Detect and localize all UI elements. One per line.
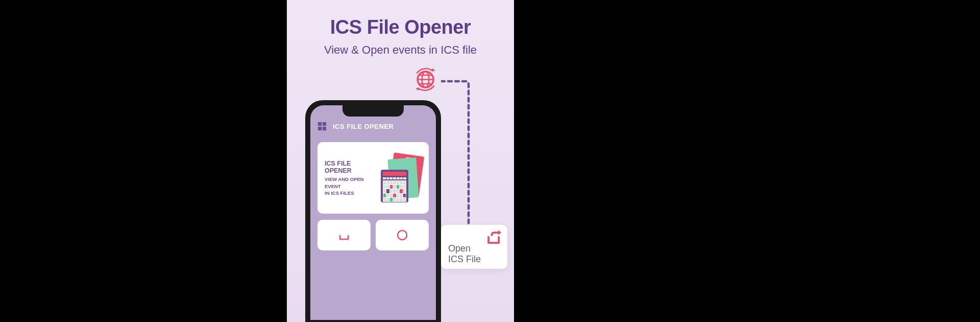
promo-subtitle: View & Open events in ICS file [287,43,514,57]
share-icon [338,229,350,241]
action-row [317,220,429,250]
main-card-text: ICS FILE OPENER VIEW AND OPEN EVENT IN I… [325,160,376,196]
circle-icon [396,229,408,241]
phone-notch [342,105,404,117]
svg-marker-12 [498,230,501,235]
promo-title: ICS File Opener [287,16,514,38]
svg-rect-9 [318,127,322,130]
svg-rect-10 [323,127,326,130]
app-header-title: ICS FILE OPENER [333,123,394,130]
globe-sync-icon [411,65,439,94]
phone-mockup: ICS FILE OPENER ICS FILE OPENER VIEW AND… [305,100,441,322]
svg-marker-5 [432,68,435,72]
promo-panel: ICS File Opener View & Open events in IC… [287,0,514,322]
menu-grid-icon[interactable] [317,122,327,131]
phone-screen: ICS FILE OPENER ICS FILE OPENER VIEW AND… [310,105,436,320]
main-card-line1: VIEW AND OPEN EVENT [325,176,376,191]
action-button-left[interactable] [317,220,371,250]
main-card-line2: IN ICS FILES [325,190,376,196]
export-icon [486,230,501,245]
main-card[interactable]: ICS FILE OPENER VIEW AND OPEN EVENT IN I… [317,142,429,214]
svg-marker-6 [416,87,420,91]
svg-rect-8 [323,122,326,126]
svg-point-11 [398,231,407,240]
dashed-connector-line [441,79,472,233]
callout-line2: ICS File [448,254,500,265]
calendar-illustration [381,153,422,202]
action-button-right[interactable] [376,220,429,250]
open-ics-callout: Open ICS File [441,225,507,269]
svg-rect-7 [318,122,322,126]
main-card-title: ICS FILE OPENER [325,160,376,174]
